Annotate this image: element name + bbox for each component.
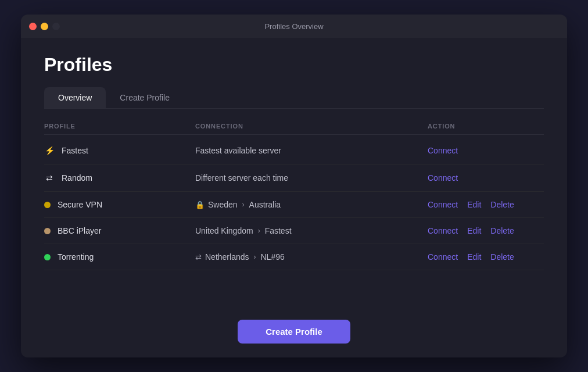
- close-button[interactable]: [29, 23, 37, 30]
- profile-name-torrenting: Torrenting: [44, 252, 195, 262]
- main-content: Profiles Overview Create Profile PROFILE…: [21, 38, 567, 357]
- header-connection: CONNECTION: [195, 123, 428, 130]
- table-body: ⚡ Fastest Fastest available server Conne…: [44, 137, 544, 310]
- status-dot-yellow: [44, 202, 51, 208]
- profile-name-random: ⇄ Random: [44, 173, 195, 183]
- tab-overview[interactable]: Overview: [44, 87, 106, 108]
- table-row: Torrenting ⇄ Netherlands › NL#96 Connect…: [44, 244, 544, 270]
- connection-bbc-iplayer: United Kingdom › Fastest: [195, 226, 428, 235]
- table-header: PROFILE CONNECTION ACTION: [44, 123, 544, 135]
- action-buttons-torrenting: Connect Edit Delete: [428, 252, 544, 262]
- arrow-icon: ›: [258, 227, 260, 235]
- connection-secure-vpn: 🔒 Sweden › Australia: [195, 200, 428, 209]
- app-window: Profiles Overview Profiles Overview Crea…: [21, 15, 567, 357]
- bolt-icon: ⚡: [44, 145, 55, 156]
- table-row: BBC iPlayer United Kingdom › Fastest Con…: [44, 218, 544, 244]
- edit-button-bbc-iplayer[interactable]: Edit: [467, 226, 481, 235]
- profile-name-secure-vpn: Secure VPN: [44, 200, 195, 209]
- connection-fastest: Fastest available server: [195, 146, 428, 155]
- connect-button-bbc-iplayer[interactable]: Connect: [428, 226, 458, 235]
- bottom-bar: Create Profile: [44, 310, 544, 344]
- recycle-icon: ⇄: [195, 253, 202, 262]
- connect-button-random[interactable]: Connect: [428, 173, 458, 183]
- titlebar: Profiles Overview: [21, 15, 567, 38]
- page-title: Profiles: [44, 54, 544, 76]
- action-buttons-fastest: Connect: [428, 146, 544, 155]
- table-row: ⇄ Random Different server each time Conn…: [44, 164, 544, 192]
- minimize-button[interactable]: [41, 23, 48, 30]
- action-buttons-secure-vpn: Connect Edit Delete: [428, 200, 544, 209]
- delete-button-secure-vpn[interactable]: Delete: [490, 200, 514, 209]
- header-profile: PROFILE: [44, 123, 195, 130]
- edit-button-secure-vpn[interactable]: Edit: [467, 200, 481, 209]
- connection-random: Different server each time: [195, 173, 428, 183]
- status-dot-green: [44, 254, 51, 260]
- profile-name-bbc-iplayer: BBC iPlayer: [44, 226, 195, 235]
- table-row: Secure VPN 🔒 Sweden › Australia Connect …: [44, 192, 544, 218]
- profile-name-fastest: ⚡ Fastest: [44, 145, 195, 156]
- tabs-bar: Overview Create Profile: [44, 87, 544, 109]
- connection-torrenting: ⇄ Netherlands › NL#96: [195, 252, 428, 262]
- maximize-button[interactable]: [52, 23, 60, 30]
- connect-button-secure-vpn[interactable]: Connect: [428, 200, 458, 209]
- edit-button-torrenting[interactable]: Edit: [467, 252, 481, 262]
- table-row: ⚡ Fastest Fastest available server Conne…: [44, 137, 544, 164]
- window-title: Profiles Overview: [264, 22, 323, 31]
- arrow-icon: ›: [242, 201, 245, 209]
- action-buttons-random: Connect: [428, 173, 544, 183]
- tab-create-profile[interactable]: Create Profile: [106, 87, 184, 108]
- lock-icon: 🔒: [195, 201, 205, 209]
- header-action: ACTION: [428, 123, 544, 130]
- action-buttons-bbc-iplayer: Connect Edit Delete: [428, 226, 544, 235]
- status-dot-tan: [44, 228, 51, 234]
- shuffle-icon: ⇄: [44, 173, 55, 183]
- delete-button-bbc-iplayer[interactable]: Delete: [490, 226, 514, 235]
- profiles-table: PROFILE CONNECTION ACTION ⚡ Fastest Fast…: [44, 123, 544, 310]
- traffic-lights: [29, 23, 60, 30]
- connect-button-torrenting[interactable]: Connect: [428, 252, 458, 262]
- create-profile-button[interactable]: Create Profile: [238, 320, 350, 344]
- delete-button-torrenting[interactable]: Delete: [490, 252, 514, 262]
- connect-button-fastest[interactable]: Connect: [428, 146, 458, 155]
- arrow-icon: ›: [254, 253, 256, 261]
